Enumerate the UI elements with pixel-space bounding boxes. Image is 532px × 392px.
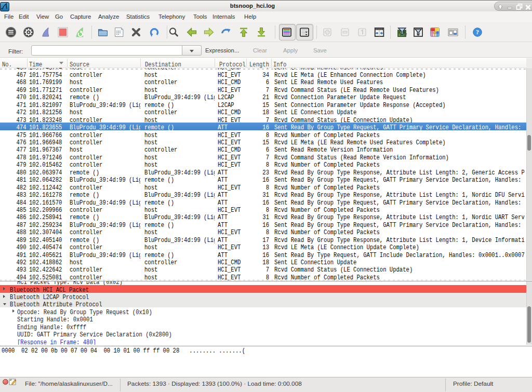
svg-text:?: ?: [476, 29, 479, 36]
